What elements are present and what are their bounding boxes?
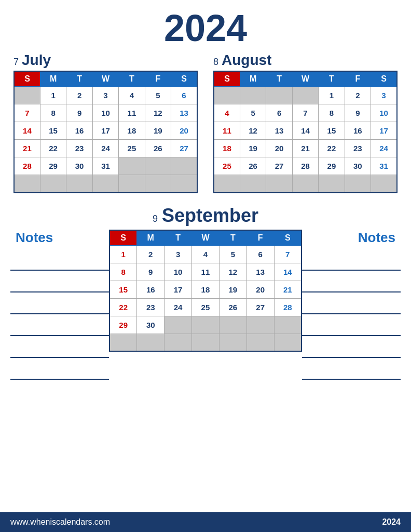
august-cell (266, 175, 292, 193)
sep-cell: 21 (274, 281, 302, 298)
august-cell: 16 (345, 122, 371, 140)
july-cell: 27 (171, 140, 197, 157)
july-cell: 28 (14, 157, 40, 175)
sep-cell: 9 (137, 263, 165, 281)
top-calendars-row: 7 July S M T W T F S 1 2 (0, 52, 411, 193)
august-cell: 20 (266, 140, 292, 157)
notes-line (302, 358, 401, 380)
august-cell: 25 (214, 157, 240, 175)
july-cell (119, 157, 145, 175)
notes-left-label: Notes (10, 230, 109, 246)
notes-right-lines (302, 249, 401, 380)
july-cell: 17 (92, 122, 118, 140)
july-th-m: M (40, 71, 66, 87)
september-header-row: S M T W T F S (109, 230, 302, 246)
august-cell: 29 (319, 157, 345, 175)
notes-line (302, 336, 401, 358)
sep-cell: 25 (192, 298, 220, 316)
sep-th-f: F (246, 230, 274, 246)
july-cell: 6 (171, 87, 197, 104)
sep-week-3: 15 16 17 18 19 20 21 (109, 281, 302, 298)
sep-cell (219, 316, 246, 334)
july-cell: 14 (14, 122, 40, 140)
august-cell: 10 (371, 104, 397, 122)
year-number: 2024 (0, 9, 411, 47)
august-cell: 30 (345, 157, 371, 175)
september-section: 9 September Notes S M T (0, 205, 411, 380)
august-cell: 8 (319, 104, 345, 122)
sep-cell: 29 (109, 316, 137, 334)
july-cell (14, 175, 40, 193)
sep-cell: 5 (219, 245, 246, 263)
august-cell (371, 175, 397, 193)
july-cell: 19 (145, 122, 171, 140)
september-header: 9 September (10, 205, 401, 227)
sep-th-s2: S (274, 230, 302, 246)
july-cell: 29 (40, 157, 66, 175)
august-cell: 17 (371, 122, 397, 140)
august-cell (292, 87, 318, 104)
sep-cell: 6 (246, 245, 274, 263)
sep-cell: 20 (246, 281, 274, 298)
august-cell: 3 (371, 87, 397, 104)
july-week-5: 28 29 30 31 (14, 157, 197, 175)
august-cell: 2 (345, 87, 371, 104)
sep-week-1: 1 2 3 4 5 6 7 (109, 245, 302, 263)
july-cell: 22 (40, 140, 66, 157)
sep-cell (192, 316, 220, 334)
sep-cell (219, 334, 246, 351)
sep-cell: 30 (137, 316, 165, 334)
sep-cell: 23 (137, 298, 165, 316)
july-cell: 3 (92, 87, 118, 104)
july-cell: 26 (145, 140, 171, 157)
sep-cell: 15 (109, 281, 137, 298)
notes-line (10, 271, 109, 292)
august-cell: 24 (371, 140, 397, 157)
july-cell: 4 (119, 87, 145, 104)
sep-cell: 13 (246, 263, 274, 281)
august-cell: 26 (240, 157, 266, 175)
august-cell (319, 175, 345, 193)
july-cell: 15 (40, 122, 66, 140)
august-th-s2: S (371, 71, 397, 87)
sep-th-s1: S (109, 230, 137, 246)
august-th-m: M (240, 71, 266, 87)
sep-th-t2: T (219, 230, 246, 246)
notes-line (10, 314, 109, 336)
september-calendar: S M T W T F S 1 2 3 4 5 (109, 230, 302, 352)
sep-cell: 1 (109, 245, 137, 263)
august-name: August (222, 52, 271, 69)
sep-week-4: 22 23 24 25 26 27 28 (109, 298, 302, 316)
notes-line (10, 336, 109, 358)
sep-cell: 16 (137, 281, 165, 298)
sep-cell: 8 (109, 263, 137, 281)
august-cell: 11 (214, 122, 240, 140)
july-cell: 13 (171, 104, 197, 122)
notes-line (302, 249, 401, 271)
notes-left-lines (10, 249, 109, 380)
august-number: 8 (213, 57, 218, 68)
july-th-s1: S (14, 71, 40, 87)
august-cell: 18 (214, 140, 240, 157)
sep-cell: 27 (246, 298, 274, 316)
sep-cell (109, 334, 137, 351)
notes-line (302, 292, 401, 314)
sep-cell (165, 316, 192, 334)
sep-cell: 14 (274, 263, 302, 281)
july-cell (14, 87, 40, 104)
sep-week-6 (109, 334, 302, 351)
august-week-6 (214, 175, 397, 193)
august-cell (266, 87, 292, 104)
july-cell: 8 (40, 104, 66, 122)
notes-left-panel: Notes (10, 230, 109, 380)
july-cell (40, 175, 66, 193)
july-cell (92, 175, 118, 193)
august-th-t2: T (319, 71, 345, 87)
july-cell (66, 175, 92, 193)
july-week-2: 7 8 9 10 11 12 13 (14, 104, 197, 122)
july-th-t1: T (66, 71, 92, 87)
august-cell: 27 (266, 157, 292, 175)
july-cell: 10 (92, 104, 118, 122)
august-cell: 4 (214, 104, 240, 122)
august-cell: 1 (319, 87, 345, 104)
